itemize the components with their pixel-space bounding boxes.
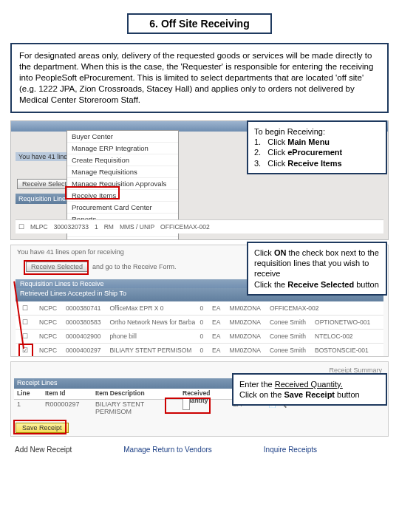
highlight-save-receipt xyxy=(13,420,66,434)
requisition-rows: ☐NCPC0000380741OfficeMax EPR X 00EAMM0ZO… xyxy=(16,301,383,357)
menu-item[interactable]: Department / Buyer Map xyxy=(67,237,178,240)
menu-item[interactable]: Manage ERP Integration xyxy=(67,143,178,154)
highlight-receive-selected xyxy=(24,260,89,275)
screenshot-area-2: You have 41 lines open for receiving Rec… xyxy=(10,245,389,357)
footer-links: Add New Receipt Manage Return to Vendors… xyxy=(0,441,399,468)
inquire-receipts-link[interactable]: Inquire Receipts xyxy=(264,446,317,454)
intro-paragraph: For designated areas only, delivery of t… xyxy=(10,43,389,113)
page-title: 6. Off Site Receiving xyxy=(127,13,272,34)
menu-item[interactable]: Procurement Card Center xyxy=(67,202,178,214)
screenshot-area-3: Receipt Summary Receipt Lines Line Item … xyxy=(10,361,389,437)
callout-3: Enter the Received Quantity. Click on th… xyxy=(232,373,387,406)
helper-text: and go to the Receive Form. xyxy=(92,263,177,270)
menu-item[interactable]: Buyer Center xyxy=(67,131,178,143)
menu-item[interactable]: Manage Requisitions xyxy=(67,166,178,178)
table-row: ☐ MLPC 3000320733 1 RM MMS / UNIP OFFICE… xyxy=(16,219,383,233)
highlight-received-quantity xyxy=(165,398,211,414)
manage-return-link[interactable]: Manage Return to Vendors xyxy=(123,446,212,454)
table-row[interactable]: ☑NCPC0000400297BILIARY STENT PERMISOM0EA… xyxy=(16,344,383,357)
screenshot-area-1: You have 41 lines open Receive Selected … xyxy=(10,120,389,240)
highlight-checkbox xyxy=(18,344,33,357)
table-row[interactable]: ☐NCPC0000402900phone bill0EAMM0ZONAConee… xyxy=(16,330,383,344)
callout-2: Click ON the check box next to the requi… xyxy=(247,242,387,296)
menu-item[interactable]: Create Requisition xyxy=(67,154,178,166)
add-new-receipt-link[interactable]: Add New Receipt xyxy=(15,446,72,454)
table-row[interactable]: ☐NCPC0000380741OfficeMax EPR X 00EAMM0ZO… xyxy=(16,301,383,316)
callout-1: To begin Receiving: 1. Click Main Menu 2… xyxy=(247,120,387,174)
highlight-receive-items xyxy=(65,186,120,200)
table-row[interactable]: ☐NCPC0000380583Ortho Network News for Ba… xyxy=(16,316,383,330)
